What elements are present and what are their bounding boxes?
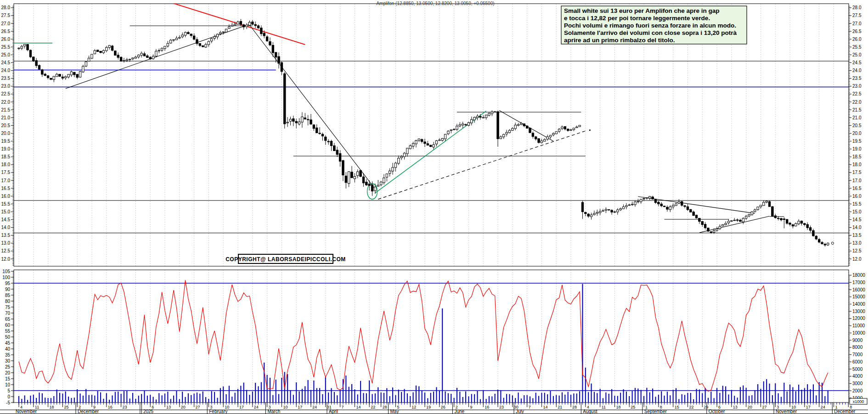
price-axis-label: 19.5 (852, 139, 862, 144)
week-label: 27 (196, 405, 200, 409)
oscillator-axis-label: 95 (5, 281, 11, 286)
candle-body (541, 141, 542, 143)
chart-title: Amplifon (12.8850, 13.0500, 12.8200, 13.… (376, 1, 494, 6)
candle-body (508, 130, 510, 133)
candle-body (237, 22, 239, 24)
candle-body (529, 128, 531, 133)
candle-body (310, 120, 312, 124)
candle-body (695, 215, 697, 218)
candle-body (214, 37, 215, 39)
price-axis-label: 16.5 (852, 186, 862, 191)
candle-body (687, 207, 688, 210)
week-label: 21 (558, 405, 562, 409)
candle-body (252, 22, 254, 24)
volume-axis-label: 11000 (852, 323, 865, 328)
candle-body (120, 57, 122, 61)
candle-body (325, 137, 327, 140)
candle-body (535, 137, 537, 139)
candle-body (24, 45, 26, 46)
price-axis-label: 21.0 (852, 115, 862, 120)
candle-body (555, 132, 557, 134)
candle-body (62, 77, 63, 78)
candle-body (497, 112, 499, 139)
candle-body (170, 40, 172, 43)
candle-body (558, 129, 560, 131)
week-label: 7 (529, 405, 531, 409)
month-label: November (776, 409, 797, 414)
candle-body (812, 230, 814, 236)
candle-body (424, 142, 426, 144)
candle-body (190, 34, 192, 35)
candle-body (351, 172, 353, 178)
candle-body (289, 119, 291, 122)
candle-body (780, 218, 782, 220)
candle-body (319, 133, 321, 134)
candle-body (392, 168, 394, 171)
price-axis-label: 21.5 (1, 107, 11, 112)
week-label: 28 (572, 405, 577, 409)
week-label: 23 (499, 405, 504, 409)
candle-body (710, 232, 712, 233)
candle-body (427, 144, 428, 145)
annotation-line: Pochi volumi e rimango fuori senza forza… (564, 22, 736, 29)
week-label: 9 (470, 405, 472, 409)
price-axis-label: 22.0 (1, 100, 11, 105)
candle-body (94, 50, 96, 54)
oscillator-axis-label: 105 (2, 269, 10, 274)
month-label: February (209, 409, 227, 414)
candle-body (658, 202, 659, 204)
candle-body (444, 134, 446, 139)
price-axis-label: 17.0 (852, 178, 862, 183)
week-label: 19 (426, 405, 431, 409)
oscillator-axis-label: -5 (6, 400, 10, 405)
week-label: 18 (616, 405, 620, 409)
candle-body (456, 126, 458, 129)
candle-body (418, 139, 420, 141)
date-axis: 4111825291623613202731017243101724317142… (0, 403, 868, 414)
candle-body (523, 124, 525, 126)
candle-body (138, 55, 140, 57)
candle-body (576, 127, 578, 128)
candle-body (634, 202, 636, 205)
candle-body (295, 121, 297, 123)
volume-axis-label: 8000 (852, 345, 863, 350)
candle-body (298, 122, 300, 124)
price-axis-label: 13.0 (1, 241, 11, 246)
candle-body (479, 116, 481, 117)
candle-body (748, 214, 750, 216)
candle-body (260, 28, 262, 34)
candle-body (97, 50, 99, 52)
candle-body (786, 219, 788, 224)
candle-body (141, 53, 142, 55)
candle-body (672, 205, 674, 207)
price-axis-label: 15.5 (852, 201, 862, 207)
week-label: 24 (254, 405, 259, 409)
month-label: December (78, 409, 99, 414)
candle-body (389, 171, 391, 173)
price-axis-label: 20.0 (1, 131, 11, 136)
candle-body (512, 129, 513, 130)
price-axis-label: 26.5 (852, 29, 862, 34)
candle-body (231, 25, 233, 26)
candle-body (760, 205, 761, 207)
price-axis-label: 23.5 (1, 76, 11, 81)
price-axis-label: 27.0 (1, 21, 11, 26)
candle-body (660, 204, 662, 206)
candle-body (824, 244, 826, 245)
candle-body (73, 72, 75, 75)
trend-line (249, 25, 375, 189)
candle-body (471, 119, 473, 123)
candle-body (149, 57, 151, 59)
generated-chart-layer: 28.028.027.527.527.027.026.526.526.026.0… (0, 0, 868, 414)
price-axis-label: 24.5 (852, 60, 862, 65)
volume-axis-label: 18000 (852, 273, 865, 278)
candle-body (257, 26, 259, 28)
candle-body (620, 209, 621, 210)
candle-body (208, 41, 209, 45)
volume-axis-label: 7000 (852, 352, 863, 357)
price-axis-label: 26.0 (1, 37, 11, 42)
candle-body (783, 219, 785, 220)
price-axis-label: 21.5 (852, 107, 862, 112)
candle-body (733, 220, 735, 220)
candle-body (380, 182, 382, 185)
